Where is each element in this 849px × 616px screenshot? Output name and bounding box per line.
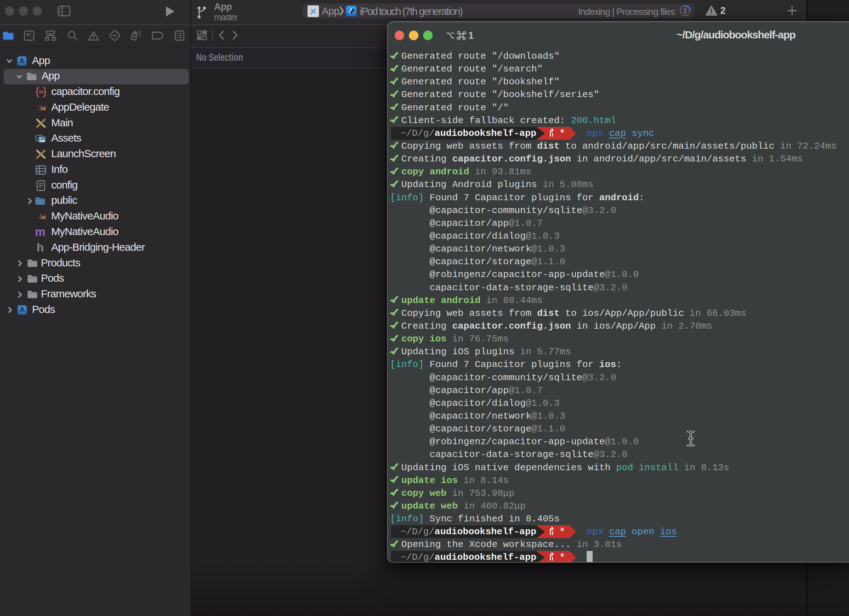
svg-text:2: 2 bbox=[683, 7, 687, 15]
